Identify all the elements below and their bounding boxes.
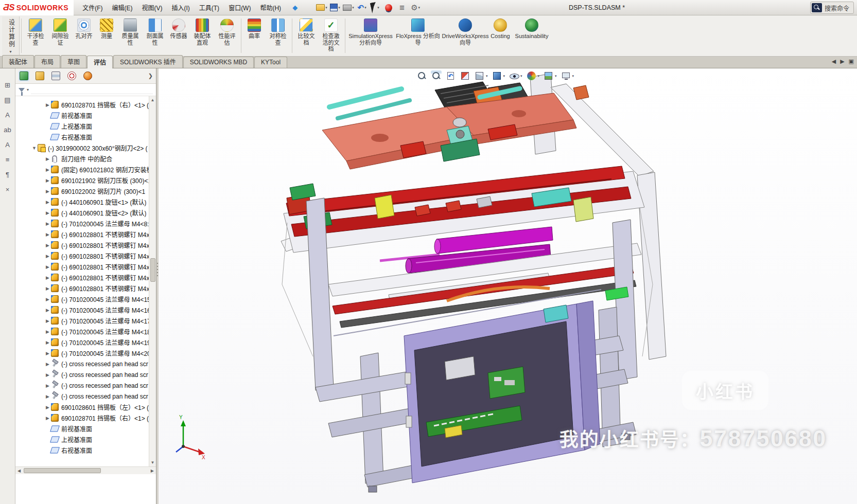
panel-expand-icon[interactable]: ❯: [148, 73, 153, 79]
toolbar-icon[interactable]: ▾: [329, 2, 341, 13]
ribbon-tab[interactable]: 评估: [87, 56, 113, 68]
hud-icon[interactable]: ▾: [509, 70, 522, 81]
tree-item[interactable]: ▶ (-) 7010200045 法兰螺母 M4<8:: [15, 218, 156, 229]
expand-arrow-icon[interactable]: ▶: [44, 243, 51, 248]
hud-icon[interactable]: ▾: [561, 70, 574, 81]
expand-arrow-icon[interactable]: ▶: [44, 362, 51, 367]
ribbon-tab[interactable]: KYTool: [254, 57, 287, 68]
hud-icon[interactable]: ▾: [526, 70, 540, 81]
tree-item[interactable]: ▶ (固定) 6901021802 钢刮刀安装板: [15, 164, 156, 175]
manager-tab-icon[interactable]: [67, 71, 76, 80]
tree-item[interactable]: ▶ 刮刀组件 中的配合: [15, 153, 156, 164]
scrollbar-thumb[interactable]: [150, 258, 155, 282]
menu-item[interactable]: 编辑(E): [107, 1, 137, 14]
ribbon-button[interactable]: SimulationXpress 分析向导: [347, 16, 394, 55]
left-toolbar-icon[interactable]: A: [2, 110, 13, 120]
toolbar-icon[interactable]: ◆: [289, 2, 301, 13]
tree-item[interactable]: ▶ (-) cross recessed pan head scr: [15, 391, 156, 402]
expand-arrow-icon[interactable]: ▶: [44, 297, 51, 302]
ribbon-tab[interactable]: SOLIDWORKS MBD: [183, 57, 254, 68]
menu-item[interactable]: 帮助(H): [255, 1, 286, 14]
tree-item[interactable]: ▶ 6901028701 挡锡板（右）<1> (默: [15, 412, 156, 423]
expand-arrow-icon[interactable]: ▶: [44, 221, 51, 226]
expand-arrow-icon[interactable]: ▶: [44, 372, 51, 377]
tree-item[interactable]: ▶ 6901028601 挡锡板（左）<1> (默: [15, 402, 156, 412]
expand-arrow-icon[interactable]: ▶: [44, 102, 51, 107]
tree-item[interactable]: ▶ (-) 6901028801 不锈钢螺钉 M4x: [15, 261, 156, 272]
expand-arrow-icon[interactable]: ▶: [44, 254, 51, 259]
tree-item[interactable]: ▶ 6901022002 钢刮刀片 (300)<1: [15, 186, 156, 196]
tree-item[interactable]: ▶ (-) 4401060901 旋钮<1> (默认): [15, 196, 156, 207]
tree-item[interactable]: ▶ (-) 7010200045 法兰螺母 M4<15: [15, 294, 156, 304]
graphics-viewport[interactable]: X Y: [159, 68, 857, 504]
tree-filter-input[interactable]: [31, 86, 153, 94]
manager-tab-icon[interactable]: [51, 71, 60, 80]
toolbar-icon[interactable]: ↶▾: [356, 2, 368, 13]
menu-item[interactable]: 窗口(W): [224, 1, 255, 14]
ribbon-button[interactable]: 间隙验证: [48, 16, 73, 55]
hud-icon[interactable]: [460, 70, 470, 81]
menu-item[interactable]: 插入(I): [167, 1, 194, 14]
expand-arrow-icon[interactable]: ▶: [44, 210, 51, 215]
expand-arrow-icon[interactable]: ▶: [44, 383, 51, 388]
manager-tab-icon[interactable]: [83, 71, 92, 80]
hud-icon[interactable]: [445, 70, 456, 81]
toolbar-icon[interactable]: ▾: [316, 2, 328, 13]
toolbar-icon[interactable]: ▾: [369, 2, 381, 13]
ribbon-button[interactable]: 装配体直观: [190, 16, 215, 55]
menu-item[interactable]: 视图(V): [137, 1, 167, 14]
left-toolbar-icon[interactable]: ab: [2, 124, 13, 135]
filter-caret-icon[interactable]: ▾: [27, 87, 29, 92]
tree-item[interactable]: 前视基准面: [15, 110, 156, 121]
scroll-left-icon[interactable]: ◀: [15, 469, 23, 473]
search-icon[interactable]: [812, 3, 822, 12]
tree-item[interactable]: ▶ (-) 7010200045 法兰螺母 M4<20: [15, 348, 156, 358]
tree-item[interactable]: 前视基准面: [15, 423, 156, 434]
tree-item[interactable]: ▶ (-) 7010200045 法兰螺母 M4<17: [15, 315, 156, 326]
tree-item[interactable]: ▶ (-) 7010200045 法兰螺母 M4<18: [15, 326, 156, 337]
hud-icon[interactable]: ▾: [474, 70, 488, 81]
ribbon-button[interactable]: Sustainability: [512, 16, 552, 55]
scrollbar-thumb[interactable]: [24, 468, 101, 473]
manager-tab-icon[interactable]: [36, 71, 44, 80]
tree-item[interactable]: ▶ 6901028701 挡锡板（右）<1> (默: [15, 99, 156, 110]
expand-arrow-icon[interactable]: ▶: [44, 156, 51, 161]
ribbon-button[interactable]: 传感器: [167, 16, 190, 55]
expand-arrow-icon[interactable]: ▶: [44, 275, 51, 280]
ribbon-button[interactable]: FloXpress 分析向导: [394, 16, 442, 55]
ribbon-tab[interactable]: SOLIDWORKS 插件: [113, 55, 183, 68]
manager-tab-icon[interactable]: [20, 71, 28, 80]
ribbon-tab[interactable]: 草图: [61, 55, 86, 68]
hud-icon[interactable]: [431, 70, 442, 81]
ribbon-button[interactable]: 曲率: [243, 16, 266, 55]
expand-arrow-icon[interactable]: ▶: [44, 394, 51, 399]
tree-item[interactable]: 上视基准面: [15, 121, 156, 132]
tree-item[interactable]: ▼ (-) 3019900002 300x60°钢刮刀<2> (: [15, 142, 156, 153]
expand-arrow-icon[interactable]: ▶: [44, 264, 51, 269]
toolbar-icon[interactable]: ▾: [342, 2, 355, 13]
left-toolbar-icon[interactable]: ¶: [2, 169, 13, 179]
ribbon-button[interactable]: 孔对齐: [73, 16, 95, 55]
tabrow-control-icon[interactable]: ▣: [849, 58, 854, 65]
tree-item[interactable]: 上视基准面: [15, 434, 156, 445]
expand-arrow-icon[interactable]: ▼: [31, 146, 38, 151]
tree-horizontal-scrollbar[interactable]: ◀ ▶: [15, 466, 156, 474]
expand-arrow-icon[interactable]: ▶: [44, 178, 51, 183]
ribbon-button[interactable]: 设计算例: [2, 16, 20, 55]
ribbon-button[interactable]: 干涉检查: [23, 16, 48, 55]
ribbon-button[interactable]: 检查激活的文档: [319, 16, 343, 55]
tree-item[interactable]: ▶ (-) 6901028801 不锈钢螺钉 M4x: [15, 250, 156, 261]
expand-arrow-icon[interactable]: ▶: [44, 200, 51, 205]
tabrow-control-icon[interactable]: ◀: [832, 58, 836, 65]
expand-arrow-icon[interactable]: ▶: [44, 416, 51, 421]
ribbon-tab[interactable]: 布局: [34, 55, 60, 68]
toolbar-icon[interactable]: [302, 2, 314, 13]
left-toolbar-icon[interactable]: ≡: [2, 154, 13, 165]
tree-item[interactable]: ▶ (-) 4401060901 旋钮<2> (默认): [15, 207, 156, 218]
tree-item[interactable]: ▶ (-) cross recessed pan head scr: [15, 358, 156, 369]
ribbon-button[interactable]: 性能评估: [215, 16, 239, 55]
expand-arrow-icon[interactable]: ▶: [44, 232, 51, 237]
expand-arrow-icon[interactable]: ▶: [44, 286, 51, 291]
tree-item[interactable]: ▶ (-) 6901028801 不锈钢螺钉 M4x: [15, 240, 156, 250]
tree-item[interactable]: ▶ (-) 7010200045 法兰螺母 M4<16: [15, 304, 156, 315]
